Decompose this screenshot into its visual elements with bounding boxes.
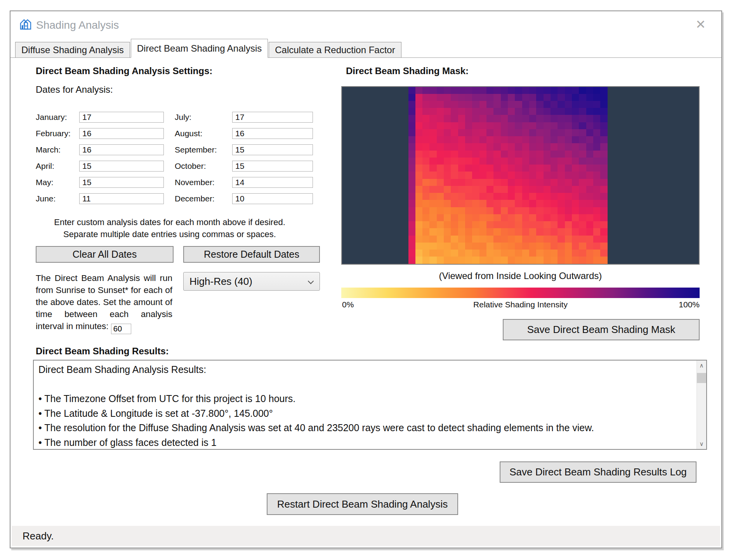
month-input-april[interactable] xyxy=(79,161,164,172)
month-input-august[interactable] xyxy=(232,128,313,139)
clear-all-dates-button[interactable]: Clear All Dates xyxy=(36,246,174,263)
month-input-november[interactable] xyxy=(232,177,313,188)
month-input-may[interactable] xyxy=(79,177,164,188)
helper-line-2: Separate multiple date entries using com… xyxy=(42,228,298,240)
restore-default-dates-button[interactable]: Restore Default Dates xyxy=(183,246,320,263)
colorbar-labels: 0% Relative Shading Intensity 100% xyxy=(341,300,700,310)
results-line: • The Timezone Offset from UTC for this … xyxy=(38,392,697,406)
scroll-up-icon[interactable]: ∧ xyxy=(697,361,706,371)
month-input-wrap xyxy=(79,112,175,123)
tab-strip: Diffuse Shading AnalysisDirect Beam Shad… xyxy=(10,38,721,58)
mask-heading: Direct Beam Shading Mask: xyxy=(346,66,469,76)
month-input-wrap xyxy=(232,193,324,204)
month-label-september: September: xyxy=(175,145,232,154)
month-label-january: January: xyxy=(36,113,79,122)
helper-text: Enter custom analysis dates for each mon… xyxy=(42,216,298,240)
results-log-text: Direct Beam Shading Analysis Results: • … xyxy=(34,361,697,449)
month-input-january[interactable] xyxy=(79,112,164,123)
month-input-wrap xyxy=(232,112,324,123)
month-input-december[interactable] xyxy=(232,193,313,204)
scroll-down-icon[interactable]: ∨ xyxy=(697,439,706,449)
dates-for-analysis-label: Dates for Analysis: xyxy=(36,84,113,95)
month-input-wrap xyxy=(232,161,324,172)
tab-calculate-a-reduction-factor[interactable]: Calculate a Reduction Factor xyxy=(269,42,401,57)
results-scrollbar[interactable]: ∧ ∨ xyxy=(697,361,706,449)
month-input-february[interactable] xyxy=(79,128,164,139)
title-bar: Shading Analysis ✕ xyxy=(10,11,721,38)
month-label-november: November: xyxy=(175,178,232,187)
month-label-february: February: xyxy=(36,129,79,138)
results-line: • The Latitude & Longitude is set at -37… xyxy=(38,406,697,421)
status-text: Ready. xyxy=(23,530,54,542)
chevron-down-icon xyxy=(309,279,313,284)
shading-mask-heatmap xyxy=(408,87,608,264)
results-heading: Direct Beam Shading Results: xyxy=(36,346,169,357)
month-input-wrap xyxy=(79,161,175,172)
month-input-wrap xyxy=(232,128,324,139)
month-input-march[interactable] xyxy=(79,144,164,155)
month-label-december: December: xyxy=(175,194,232,203)
month-input-wrap xyxy=(79,144,175,155)
month-input-wrap xyxy=(79,177,175,188)
shading-analysis-window: Shading Analysis ✕ Diffuse Shading Analy… xyxy=(10,10,722,548)
month-input-july[interactable] xyxy=(232,112,313,123)
month-label-august: August: xyxy=(175,129,232,138)
month-input-october[interactable] xyxy=(232,161,313,172)
interval-description: The Direct Beam Analysis will run from S… xyxy=(36,272,172,334)
month-date-grid: January:July:February:August:March:Septe… xyxy=(36,109,324,207)
results-log-box[interactable]: Direct Beam Shading Analysis Results: • … xyxy=(33,360,707,450)
tab-direct-beam-shading-analysis[interactable]: Direct Beam Shading Analysis xyxy=(131,39,268,58)
month-label-may: May: xyxy=(36,178,79,187)
results-line: • The number of glass faces detected is … xyxy=(38,435,697,449)
window-title: Shading Analysis xyxy=(36,19,119,31)
settings-heading: Direct Beam Shading Analysis Settings: xyxy=(36,66,212,76)
resolution-dropdown[interactable]: High-Res (40) xyxy=(183,272,320,291)
month-label-july: July: xyxy=(175,113,232,122)
month-label-march: March: xyxy=(36,145,79,154)
month-input-wrap xyxy=(79,128,175,139)
status-bar: Ready. xyxy=(12,526,720,546)
month-input-september[interactable] xyxy=(232,144,313,155)
shading-mask-viewport xyxy=(341,86,700,265)
results-line: Direct Beam Shading Analysis Results: xyxy=(38,362,697,377)
intensity-colorbar xyxy=(341,288,700,298)
scrollbar-thumb[interactable] xyxy=(697,373,706,383)
interval-minutes-input[interactable] xyxy=(111,324,131,334)
month-input-wrap xyxy=(232,144,324,155)
tab-diffuse-shading-analysis[interactable]: Diffuse Shading Analysis xyxy=(15,42,130,57)
month-input-june[interactable] xyxy=(79,193,164,204)
app-house-icon xyxy=(19,17,32,31)
month-label-june: June: xyxy=(36,194,79,203)
close-icon[interactable]: ✕ xyxy=(695,18,706,31)
month-input-wrap xyxy=(79,193,175,204)
results-line xyxy=(38,377,697,392)
colorbar-title: Relative Shading Intensity xyxy=(341,300,700,309)
save-mask-button[interactable]: Save Direct Beam Shading Mask xyxy=(503,319,700,340)
interval-description-text: The Direct Beam Analysis will run from S… xyxy=(36,273,172,331)
mask-caption: (Viewed from Inside Looking Outwards) xyxy=(341,270,700,281)
resolution-selected-value: High-Res (40) xyxy=(189,276,252,288)
results-line: • The resolution for the Diffuse Shading… xyxy=(38,421,697,435)
restart-analysis-button[interactable]: Restart Direct Beam Shading Analysis xyxy=(267,493,458,515)
month-label-october: October: xyxy=(175,161,232,171)
helper-line-1: Enter custom analysis dates for each mon… xyxy=(42,216,298,228)
month-input-wrap xyxy=(232,177,324,188)
save-results-log-button[interactable]: Save Direct Beam Shading Results Log xyxy=(500,461,697,483)
month-label-april: April: xyxy=(36,161,79,171)
colorbar-max-label: 100% xyxy=(679,300,700,309)
